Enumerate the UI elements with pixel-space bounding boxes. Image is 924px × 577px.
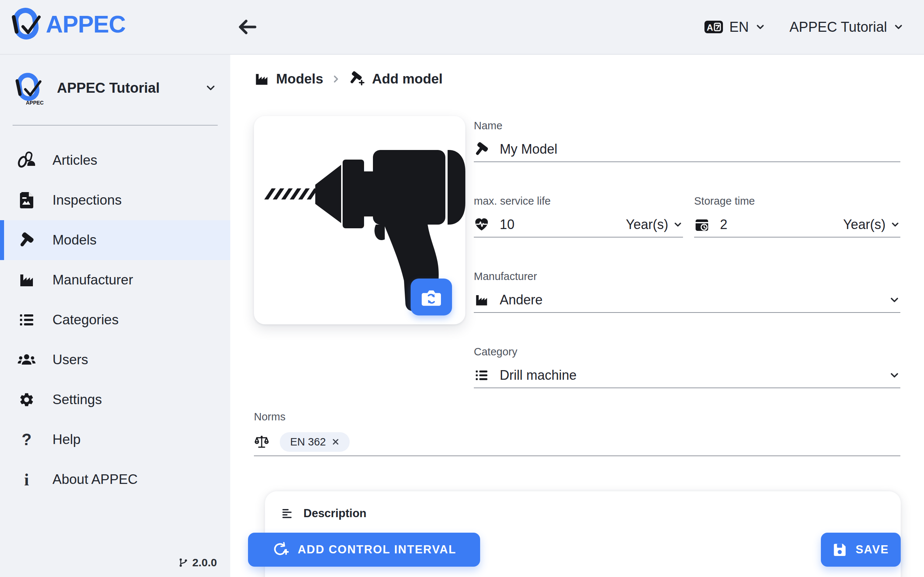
language-label: EN — [729, 19, 749, 35]
account-selector[interactable]: APPEC Tutorial — [790, 19, 904, 35]
manufacturer-value: Andere — [500, 292, 543, 308]
sidebar-item-label: Models — [52, 232, 97, 248]
language-selector[interactable]: A EN — [704, 19, 766, 35]
norms-input[interactable]: EN 362 — [254, 428, 900, 456]
sidebar-item-label: Settings — [52, 392, 102, 408]
sidebar-item-label: Inspections — [52, 192, 121, 208]
storage-time-unit-label: Year(s) — [843, 217, 885, 232]
sidebar-nav: Articles Inspections — [0, 140, 230, 500]
model-image-card — [254, 116, 465, 324]
workspace-label: APPEC Tutorial — [57, 80, 195, 96]
sidebar-item-label: Help — [52, 432, 81, 447]
carabiner-logo-icon: APPEC — [12, 69, 47, 106]
hammer-plus-icon — [349, 71, 365, 87]
storage-time-value: 2 — [720, 217, 727, 232]
sidebar-item-label: Users — [52, 352, 88, 367]
service-life-value: 10 — [500, 217, 514, 232]
question-icon: ? — [18, 431, 36, 448]
norm-chip-label: EN 362 — [290, 436, 326, 448]
factory-icon — [254, 71, 270, 87]
articles-icon — [18, 152, 36, 169]
save-icon — [833, 543, 847, 557]
norms-field: Norms EN 362 — [254, 411, 900, 456]
list-icon — [474, 367, 489, 383]
gear-icon — [18, 391, 36, 409]
svg-text:A: A — [707, 23, 713, 32]
chevron-down-icon — [673, 219, 683, 230]
hammer-icon — [474, 142, 489, 157]
storage-time-label: Storage time — [694, 195, 900, 207]
info-icon: i — [18, 471, 36, 488]
sidebar-item-label: About APPEC — [52, 472, 137, 487]
add-control-interval-button[interactable]: ADD CONTROL INTERVAL — [248, 533, 480, 567]
chevron-down-icon[interactable] — [888, 294, 900, 306]
category-label: Category — [474, 346, 900, 358]
sidebar-item-inspections[interactable]: Inspections — [0, 180, 230, 220]
name-value: My Model — [500, 142, 557, 157]
hammer-icon — [18, 231, 36, 249]
sidebar-item-categories[interactable]: Categories — [0, 300, 230, 340]
breadcrumb: Models Add model — [254, 71, 443, 87]
change-image-button[interactable] — [410, 279, 452, 316]
balance-scale-icon — [254, 434, 270, 450]
breadcrumb-add-model: Add model — [349, 71, 443, 87]
add-control-interval-label: ADD CONTROL INTERVAL — [297, 543, 456, 556]
carabiner-logo-icon — [9, 5, 46, 44]
close-icon[interactable] — [332, 438, 339, 445]
breadcrumb-page-label: Add model — [372, 71, 443, 87]
sidebar-item-label: Manufacturer — [52, 272, 133, 288]
manufacturer-label: Manufacturer — [474, 271, 900, 283]
sidebar-item-manufacturer[interactable]: Manufacturer — [0, 260, 230, 300]
align-left-icon — [281, 507, 294, 520]
chevron-down-icon — [204, 82, 217, 94]
service-life-unit-label: Year(s) — [626, 217, 668, 232]
storage-time-unit-select[interactable]: Year(s) — [843, 217, 900, 232]
sidebar: APPEC APPEC Tutorial Articles — [0, 55, 230, 577]
manufacturer-select[interactable]: Andere — [474, 288, 900, 313]
storage-time-input[interactable]: 2 Year(s) — [694, 213, 900, 237]
logo-text: APPEC — [46, 11, 126, 38]
name-input[interactable]: My Model — [474, 137, 900, 162]
norms-label: Norms — [254, 411, 900, 423]
workspace-selector[interactable]: APPEC APPEC Tutorial — [0, 55, 230, 106]
chevron-down-icon — [755, 21, 766, 32]
sidebar-item-models[interactable]: Models — [0, 220, 230, 260]
category-value: Drill machine — [500, 367, 577, 383]
users-icon — [18, 351, 36, 369]
norm-chip: EN 362 — [280, 432, 350, 452]
chevron-down-icon — [893, 21, 904, 32]
sidebar-item-articles[interactable]: Articles — [0, 140, 230, 180]
inspections-icon — [18, 191, 36, 209]
sidebar-item-about[interactable]: i About APPEC — [0, 459, 230, 500]
chevron-right-icon — [330, 74, 341, 85]
rotate-plus-icon — [271, 541, 289, 558]
save-button[interactable]: SAVE — [821, 533, 901, 567]
logo-caption: APPEC — [26, 100, 44, 106]
sidebar-item-label: Articles — [52, 153, 97, 168]
sidebar-item-users[interactable]: Users — [0, 340, 230, 380]
factory-icon — [18, 271, 36, 289]
factory-icon — [474, 292, 489, 308]
list-icon — [18, 311, 36, 329]
app-logo: APPEC — [9, 5, 126, 44]
app-header: APPEC A EN APPEC Tutorial — [0, 0, 924, 55]
back-button[interactable] — [235, 15, 260, 39]
version-label: 2.0.0 — [192, 556, 217, 569]
save-label: SAVE — [856, 543, 889, 556]
breadcrumb-models[interactable]: Models — [254, 71, 323, 87]
arrow-left-icon — [237, 16, 259, 38]
app-version: 2.0.0 — [178, 556, 217, 569]
service-life-unit-select[interactable]: Year(s) — [626, 217, 683, 232]
chevron-down-icon[interactable] — [888, 369, 900, 381]
sidebar-item-settings[interactable]: Settings — [0, 380, 230, 420]
category-select[interactable]: Drill machine — [474, 363, 900, 388]
main-content: Models Add model — [230, 55, 924, 577]
service-life-label: max. service life — [474, 195, 683, 207]
calendar-clock-icon — [694, 217, 710, 232]
name-label: Name — [474, 120, 900, 132]
description-label: Description — [304, 507, 367, 520]
translate-icon: A — [704, 19, 723, 34]
sidebar-item-help[interactable]: ? Help — [0, 420, 230, 459]
sidebar-divider — [13, 125, 218, 126]
service-life-input[interactable]: 10 Year(s) — [474, 213, 683, 237]
